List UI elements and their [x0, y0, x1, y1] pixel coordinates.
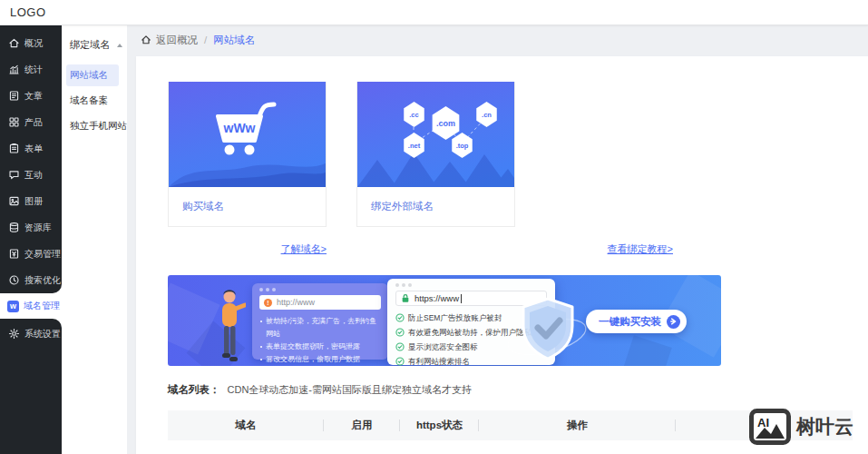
breadcrumb: 返回概况 / 网站域名: [127, 25, 868, 54]
warning-icon: [264, 299, 272, 307]
window-dots: [259, 288, 381, 291]
sidebar-item-label: 概况: [24, 37, 43, 50]
submenu-item-mobile-site[interactable]: 独立手机网站: [66, 115, 119, 137]
app-window: LOGO 概况 统计 文章 产品 表单: [0, 0, 868, 454]
sidebar-item-label: 统计: [24, 64, 43, 76]
sidebar-item-label: 产品: [24, 116, 43, 129]
https-promo-banner: http://www 被劫持/污染，充满广告，去到钓鱼网站 表单提交数据窃听，密…: [168, 275, 721, 366]
arrow-right-icon: [667, 315, 680, 329]
window-dots: [395, 283, 547, 287]
person-illustration: [215, 288, 246, 364]
check-icon: [395, 313, 405, 322]
risk-item: 被劫持/污染，充满广告，去到钓鱼网站: [259, 315, 381, 340]
domain-list-note: CDN全球动态加速-需网站国际版且绑定独立域名才支持: [228, 383, 473, 397]
watermark: AI 树叶云: [749, 409, 853, 445]
learn-domain-link[interactable]: 了解域名>: [281, 242, 327, 256]
chat-icon: [7, 169, 20, 182]
sidebar-item-domains[interactable]: w 域名管理: [0, 293, 62, 319]
sidebar-item-label: 互动: [24, 169, 43, 182]
sidebar-item-label: 交易管理: [24, 248, 61, 261]
chart-icon: [7, 64, 20, 76]
bind-tutorial-link[interactable]: 查看绑定教程>: [608, 242, 673, 256]
shield-icon: [505, 295, 592, 366]
watermark-name: 树叶云: [796, 414, 853, 439]
cube-decoration: [621, 335, 671, 366]
check-icon: [395, 328, 405, 337]
check-icon: [395, 342, 405, 351]
submenu-item-icp[interactable]: 域名备案: [66, 90, 119, 112]
sidebar-item-label: 图册: [24, 195, 43, 208]
connector-lines: [357, 82, 514, 187]
main-content: 返回概况 / 网站域名 wWw: [127, 25, 868, 454]
domain-icon: w: [7, 301, 19, 312]
domain-list-caption: 域名列表： CDN全球动态加速-需网站国际版且绑定独立域名才支持: [168, 383, 472, 397]
database-icon: [7, 222, 20, 234]
clock-icon: [7, 274, 20, 287]
hills-decoration: [169, 154, 326, 187]
http-url: http://www: [277, 298, 315, 307]
sidebar-item-products[interactable]: 产品: [0, 109, 62, 135]
sidebar-item-stats[interactable]: 统计: [0, 56, 62, 83]
topbar: LOGO: [0, 0, 868, 25]
sidebar-item-label: 文章: [24, 90, 43, 103]
check-icon: [395, 357, 405, 366]
sidebar-item-overview[interactable]: 概况: [0, 30, 62, 56]
sidebar-menu-block: 概况 统计 文章 产品 表单 互动: [0, 25, 62, 293]
sidebar-item-label: 系统设置: [24, 328, 61, 340]
risk-item: 篡改交易信息，偷取用户数据: [259, 353, 381, 366]
column-header-domain: 域名: [168, 410, 324, 440]
http-browser-mockup: http://www 被劫持/污染，充满广告，去到钓鱼网站 表单提交数据窃听，密…: [252, 283, 388, 360]
sidebar-item-trade[interactable]: 交易管理: [0, 241, 62, 267]
https-url: https://www: [414, 293, 459, 303]
grid-icon: [7, 116, 20, 129]
form-icon: [7, 143, 20, 155]
column-header-https-status: https状态: [400, 410, 479, 440]
submenu-group-label: 绑定域名: [70, 38, 110, 52]
sidebar-item-label: 资源库: [24, 222, 52, 234]
sidebar-settings-block: 系统设置: [0, 319, 62, 454]
primary-sidebar: 概况 统计 文章 产品 表单 互动: [0, 25, 62, 454]
one-click-buy-button[interactable]: 一键购买安装: [586, 310, 687, 333]
card-title: 购买域名: [169, 187, 326, 226]
ai-badge-icon: AI: [749, 409, 791, 445]
tld-illustration: .cc .com .cn .net .top: [357, 82, 514, 187]
logo: LOGO: [10, 5, 46, 19]
submenu-group-header[interactable]: 绑定域名: [62, 25, 127, 61]
svg-text:wWw: wWw: [223, 121, 256, 135]
breadcrumb-back-link[interactable]: 返回概况: [156, 34, 198, 47]
svg-text:AI: AI: [757, 416, 769, 429]
card-title: 绑定外部域名: [357, 187, 514, 226]
buy-domain-card[interactable]: wWw 购买域名: [168, 82, 327, 227]
domain-cards: wWw 购买域名: [168, 82, 515, 227]
sidebar-item-label: 表单: [24, 143, 43, 155]
sidebar-item-forms[interactable]: 表单: [0, 135, 62, 162]
sidebar-item-seo[interactable]: 搜索优化: [0, 267, 62, 293]
sidebar-item-label: 域名管理: [24, 300, 60, 312]
chevron-up-icon: [117, 44, 122, 47]
cart-illustration: wWw: [169, 82, 326, 187]
breadcrumb-separator: /: [204, 35, 207, 45]
secondary-sidebar: 绑定域名 网站域名 域名备案 独立手机网站: [62, 25, 127, 454]
column-header-actions: 操作: [479, 410, 676, 440]
sidebar-item-label: 搜索优化: [24, 274, 61, 287]
content-panel: wWw 购买域名: [136, 56, 868, 454]
article-icon: [7, 90, 20, 103]
trade-icon: [7, 248, 20, 261]
sidebar-item-resources[interactable]: 资源库: [0, 214, 62, 241]
bind-domain-card[interactable]: .cc .com .cn .net .top 绑定外部域名: [356, 82, 515, 227]
gear-icon: [7, 328, 20, 340]
lock-icon: [401, 293, 410, 303]
submenu-item-site-domain[interactable]: 网站域名: [66, 64, 119, 86]
sidebar-item-articles[interactable]: 文章: [0, 83, 62, 109]
sidebar-item-interaction[interactable]: 互动: [0, 162, 62, 188]
domain-list-label: 域名列表：: [168, 383, 220, 397]
breadcrumb-current: 网站域名: [213, 34, 255, 47]
sidebar-item-gallery[interactable]: 图册: [0, 188, 62, 214]
home-icon: [141, 35, 151, 45]
http-address-bar: http://www: [259, 295, 381, 310]
image-icon: [7, 195, 20, 208]
sidebar-item-settings[interactable]: 系统设置: [0, 321, 62, 347]
home-icon: [7, 37, 20, 50]
column-header-enabled: 启用: [324, 410, 400, 440]
risk-item: 表单提交数据窃听，密码泄露: [259, 340, 381, 353]
